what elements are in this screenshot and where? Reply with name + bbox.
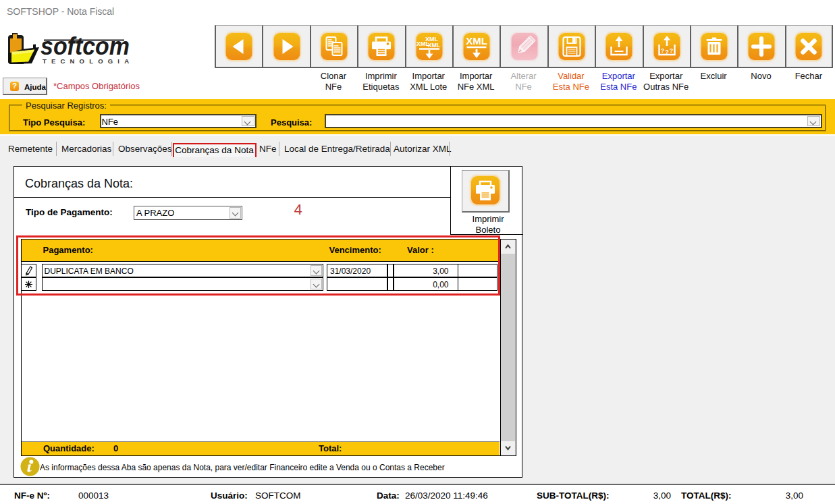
svg-text:?: ? — [660, 47, 664, 54]
svg-text:XML: XML — [466, 35, 487, 47]
svg-text:softcom: softcom — [41, 33, 130, 60]
svg-text:XML: XML — [427, 42, 441, 49]
svg-text:?: ? — [669, 47, 673, 54]
svg-text:?: ? — [665, 49, 669, 55]
